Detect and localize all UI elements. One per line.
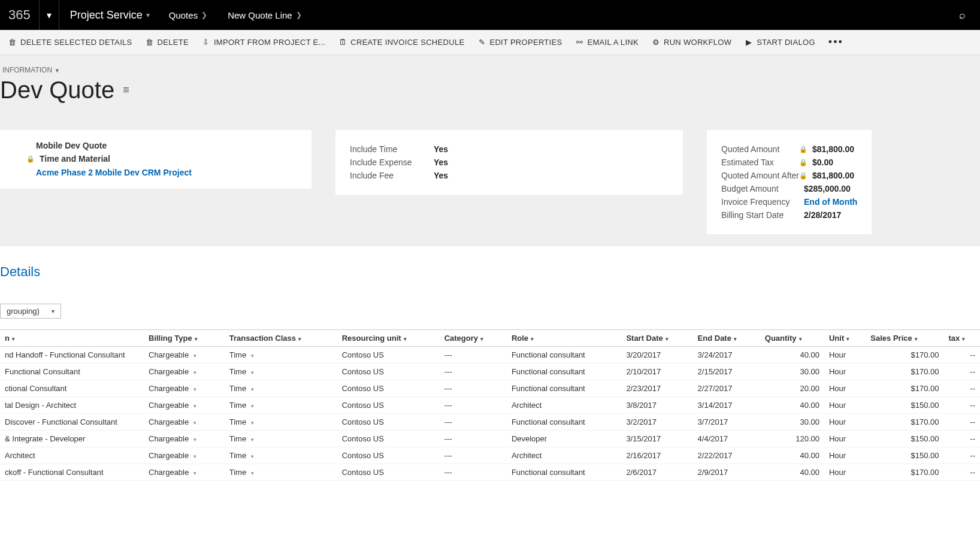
chevron-down-icon[interactable]: ▾: [298, 336, 301, 342]
cmd-create-invoice[interactable]: 🗓CREATE INVOICE SCHEDULE: [338, 38, 464, 47]
chevron-down-icon[interactable]: ▾: [734, 336, 737, 342]
chevron-down-icon[interactable]: ▾: [251, 353, 254, 359]
chevron-down-icon[interactable]: ▾: [195, 336, 198, 342]
table-row[interactable]: & Integrate - DeveloperChargeable▾Time▾C…: [0, 431, 980, 447]
cell-transaction-class[interactable]: Time▾: [225, 447, 337, 464]
table-row[interactable]: ArchitectChargeable▾Time▾Contoso US---Ar…: [0, 447, 980, 464]
chevron-down-icon[interactable]: ▾: [251, 420, 254, 426]
col-end-date[interactable]: End Date▾: [693, 330, 760, 347]
cell-billing-type[interactable]: Chargeable▾: [144, 380, 225, 397]
chevron-down-icon[interactable]: ▾: [480, 336, 483, 342]
cmd-more[interactable]: •••: [828, 36, 843, 49]
cell-transaction-class[interactable]: Time▾: [225, 364, 337, 380]
chevron-down-icon[interactable]: ▾: [193, 420, 196, 426]
chevron-down-icon: ▼: [55, 68, 60, 74]
chevron-down-icon[interactable]: ▾: [12, 336, 15, 342]
cell-billing-type[interactable]: Chargeable▾: [144, 347, 225, 364]
cell-billing-type[interactable]: Chargeable▾: [144, 464, 225, 481]
chevron-down-icon[interactable]: ▾: [193, 437, 196, 443]
cell-end-date: 4/4/2017: [693, 431, 760, 447]
cell-transaction-class[interactable]: Time▾: [225, 397, 337, 414]
value-invoice-frequency[interactable]: End of Month: [804, 197, 857, 207]
cell-quantity: 40.00: [760, 447, 824, 464]
lock-icon: 🔒: [799, 159, 807, 166]
record-header: INFORMATION▼ Dev Quote ≡ Mobile Dev Quot…: [0, 55, 980, 246]
cell-transaction-class[interactable]: Time▾: [225, 380, 337, 397]
cell-description: ckoff - Functional Consultant: [0, 464, 144, 481]
chevron-down-icon[interactable]: ▾: [915, 336, 918, 342]
chevron-down-icon[interactable]: ▾: [193, 370, 196, 376]
cell-transaction-class[interactable]: Time▾: [225, 414, 337, 431]
cell-role: Functional consultant: [507, 380, 622, 397]
cmd-edit-properties[interactable]: ✎EDIT PROPERTIES: [477, 38, 562, 47]
table-row[interactable]: Discover - Functional ConsultantChargeab…: [0, 414, 980, 431]
cell-transaction-class[interactable]: Time▾: [225, 347, 337, 364]
cmd-delete-selected[interactable]: 🗑DELETE SELECTED DETAILS: [8, 38, 132, 47]
cell-transaction-class[interactable]: Time▾: [225, 464, 337, 481]
cmd-email-link[interactable]: ⚯EMAIL A LINK: [575, 38, 639, 47]
col-sales-price[interactable]: Sales Price▾: [866, 330, 943, 347]
chevron-down-icon[interactable]: ▾: [251, 386, 254, 392]
cmd-run-workflow[interactable]: ⚙RUN WORKFLOW: [652, 38, 731, 47]
col-category[interactable]: Category▾: [440, 330, 507, 347]
col-transaction-class[interactable]: Transaction Class▾: [225, 330, 337, 347]
col-description[interactable]: n▾: [0, 330, 144, 347]
chevron-down-icon[interactable]: ▾: [251, 437, 254, 443]
grouping-label: grouping): [7, 307, 40, 316]
chevron-down-icon[interactable]: ▾: [251, 370, 254, 376]
cell-end-date: 2/15/2017: [693, 364, 760, 380]
chevron-down-icon[interactable]: ▾: [404, 336, 407, 342]
chevron-down-icon[interactable]: ▾: [251, 453, 254, 459]
cell-billing-type[interactable]: Chargeable▾: [144, 364, 225, 380]
col-tax[interactable]: tax▾: [944, 330, 981, 347]
chevron-down-icon[interactable]: ▾: [193, 386, 196, 392]
breadcrumb-new-quote-line[interactable]: New Quote Line ❯: [219, 10, 314, 20]
card-amounts: Quoted Amount🔒$81,800.00 Estimated Tax🔒$…: [707, 130, 872, 234]
app-name[interactable]: Project Service ▾: [59, 0, 161, 30]
chevron-down-icon[interactable]: ▾: [193, 353, 196, 359]
cmd-import[interactable]: ⇩IMPORT FROM PROJECT E...: [202, 38, 325, 47]
chevron-down-icon[interactable]: ▾: [799, 336, 802, 342]
equals-menu-icon[interactable]: ≡: [123, 84, 129, 96]
chevron-down-icon[interactable]: ▾: [251, 470, 254, 476]
grouping-dropdown[interactable]: grouping) ▾: [0, 304, 61, 319]
chevron-down-icon[interactable]: ▾: [531, 336, 534, 342]
chevron-down-icon[interactable]: ▾: [251, 403, 254, 409]
cell-billing-type[interactable]: Chargeable▾: [144, 431, 225, 447]
chevron-down-icon[interactable]: ▾: [846, 336, 849, 342]
project-link[interactable]: Acme Phase 2 Mobile Dev CRM Project: [36, 168, 192, 177]
col-resourcing-unit[interactable]: Resourcing unit▾: [337, 330, 440, 347]
table-row[interactable]: tal Design - ArchitectChargeable▾Time▾Co…: [0, 397, 980, 414]
chevron-down-icon[interactable]: ▾: [666, 336, 669, 342]
cell-end-date: 3/14/2017: [693, 397, 760, 414]
cmd-delete[interactable]: 🗑DELETE: [146, 38, 189, 47]
cell-billing-type[interactable]: Chargeable▾: [144, 414, 225, 431]
chevron-down-icon[interactable]: ▾: [962, 336, 965, 342]
table-row[interactable]: Functional ConsultantChargeable▾Time▾Con…: [0, 364, 980, 380]
table-row[interactable]: nd Handoff - Functional ConsultantCharge…: [0, 347, 980, 364]
cell-quantity: 30.00: [760, 364, 824, 380]
cell-billing-type[interactable]: Chargeable▾: [144, 397, 225, 414]
col-unit[interactable]: Unit▾: [824, 330, 866, 347]
col-role[interactable]: Role▾: [507, 330, 622, 347]
chevron-down-icon: ▾: [146, 11, 150, 19]
cell-quantity: 20.00: [760, 380, 824, 397]
chevron-down-icon[interactable]: ▾: [193, 453, 196, 459]
col-billing-type[interactable]: Billing Type▾: [144, 330, 225, 347]
col-quantity[interactable]: Quantity▾: [760, 330, 824, 347]
table-row[interactable]: ckoff - Functional ConsultantChargeable▾…: [0, 464, 980, 481]
cell-transaction-class[interactable]: Time▾: [225, 431, 337, 447]
cell-billing-type[interactable]: Chargeable▾: [144, 447, 225, 464]
cell-sales-price: $170.00: [866, 364, 943, 380]
col-start-date[interactable]: Start Date▾: [621, 330, 692, 347]
chevron-down-icon[interactable]: ▾: [193, 403, 196, 409]
cmd-start-dialog[interactable]: ▶START DIALOG: [745, 38, 815, 47]
breadcrumb-quotes[interactable]: Quotes ❯: [161, 10, 219, 20]
app-switcher[interactable]: ▾: [39, 0, 59, 30]
cell-resourcing-unit: Contoso US: [337, 431, 440, 447]
form-selector[interactable]: INFORMATION▼: [2, 66, 980, 74]
cell-category: ---: [440, 464, 507, 481]
chevron-down-icon[interactable]: ▾: [193, 470, 196, 476]
table-row[interactable]: ctional ConsultantChargeable▾Time▾Contos…: [0, 380, 980, 397]
search-button[interactable]: ⌕: [945, 9, 980, 22]
